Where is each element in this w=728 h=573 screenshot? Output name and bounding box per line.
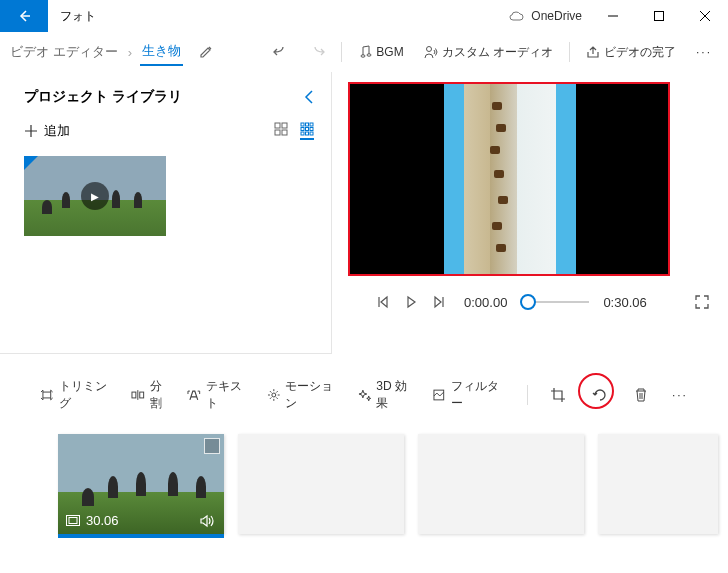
svg-rect-2 xyxy=(275,123,280,128)
storyboard: 30.06 xyxy=(0,418,728,534)
minimize-button[interactable] xyxy=(590,0,636,32)
aspect-icon xyxy=(66,515,80,526)
bgm-button[interactable]: BGM xyxy=(350,41,411,63)
svg-rect-10 xyxy=(306,128,309,131)
seek-slider[interactable] xyxy=(521,301,589,303)
svg-rect-3 xyxy=(282,123,287,128)
cloud-icon xyxy=(509,11,525,21)
plus-icon xyxy=(24,124,38,138)
svg-rect-16 xyxy=(140,392,144,398)
edit-title-button[interactable] xyxy=(199,45,213,59)
svg-point-17 xyxy=(271,393,275,397)
more-button[interactable]: ··· xyxy=(688,41,720,63)
storyboard-empty-slot[interactable] xyxy=(418,434,584,534)
grid-small-icon[interactable] xyxy=(300,122,314,140)
svg-rect-11 xyxy=(310,128,313,131)
clip-duration: 30.06 xyxy=(86,513,119,528)
back-button[interactable] xyxy=(0,0,48,32)
next-frame-button[interactable] xyxy=(432,295,446,309)
text-button[interactable]: テキスト xyxy=(187,378,252,412)
motion-button[interactable]: モーション xyxy=(267,378,344,412)
trim-icon xyxy=(40,388,54,402)
split-icon xyxy=(131,388,145,402)
custom-audio-button[interactable]: カスタム オーディオ xyxy=(416,40,561,65)
svg-rect-0 xyxy=(655,12,664,21)
collapse-library-button[interactable] xyxy=(304,89,314,105)
undo-button[interactable] xyxy=(265,40,297,64)
current-time: 0:00.00 xyxy=(464,295,507,310)
svg-rect-14 xyxy=(310,132,313,135)
maximize-button[interactable] xyxy=(636,0,682,32)
highlight-circle xyxy=(578,373,614,409)
filter-button[interactable]: フィルター xyxy=(432,378,509,412)
svg-rect-20 xyxy=(69,518,77,524)
delete-button[interactable] xyxy=(630,383,652,407)
more-clip-button[interactable]: ··· xyxy=(672,388,688,402)
breadcrumb-project[interactable]: 生き物 xyxy=(140,38,183,66)
duration-time: 0:30.06 xyxy=(603,295,646,310)
person-audio-icon xyxy=(424,45,438,59)
svg-rect-4 xyxy=(275,130,280,135)
library-panel: プロジェクト ライブラリ 追加 xyxy=(0,72,330,362)
add-media-button[interactable]: 追加 xyxy=(24,122,70,140)
sparkle-icon xyxy=(358,388,372,402)
redo-button[interactable] xyxy=(301,40,333,64)
filter-icon xyxy=(432,388,446,402)
clip-volume-button[interactable] xyxy=(200,514,216,528)
text-icon xyxy=(187,388,201,402)
app-title: フォト xyxy=(60,8,96,25)
preview-player[interactable] xyxy=(348,82,670,276)
svg-rect-15 xyxy=(132,392,136,398)
prev-frame-button[interactable] xyxy=(376,295,390,309)
svg-rect-9 xyxy=(301,128,304,131)
storyboard-empty-slot[interactable] xyxy=(238,434,404,534)
fullscreen-button[interactable] xyxy=(694,294,710,310)
storyboard-clip[interactable]: 30.06 xyxy=(58,434,224,534)
motion-icon xyxy=(267,388,281,402)
storyboard-empty-slot[interactable] xyxy=(598,434,718,534)
svg-rect-6 xyxy=(301,123,304,126)
chevron-right-icon: › xyxy=(128,45,132,60)
music-icon xyxy=(358,45,372,59)
rotate-button[interactable] xyxy=(584,379,616,411)
3d-effects-button[interactable]: 3D 効果 xyxy=(358,378,418,412)
svg-rect-8 xyxy=(310,123,313,126)
svg-point-1 xyxy=(426,47,431,52)
svg-rect-13 xyxy=(306,132,309,135)
breadcrumb-editor[interactable]: ビデオ エディター xyxy=(8,39,120,65)
trim-button[interactable]: トリミング xyxy=(40,378,117,412)
grid-large-icon[interactable] xyxy=(274,122,288,140)
close-button[interactable] xyxy=(682,0,728,32)
finish-video-button[interactable]: ビデオの完了 xyxy=(578,40,684,65)
play-button[interactable] xyxy=(404,295,418,309)
crop-button[interactable] xyxy=(546,383,570,407)
seek-thumb[interactable] xyxy=(520,294,536,310)
library-title: プロジェクト ライブラリ xyxy=(24,88,182,106)
svg-rect-5 xyxy=(282,130,287,135)
onedrive-status[interactable]: OneDrive xyxy=(501,9,590,23)
export-icon xyxy=(586,45,600,59)
svg-rect-7 xyxy=(306,123,309,126)
split-button[interactable]: 分割 xyxy=(131,378,173,412)
trash-icon xyxy=(634,387,648,403)
crop-icon xyxy=(550,387,566,403)
svg-rect-12 xyxy=(301,132,304,135)
library-clip-thumbnail[interactable]: ▶ xyxy=(24,156,166,236)
play-overlay-icon: ▶ xyxy=(81,182,109,210)
clip-checkbox[interactable] xyxy=(204,438,220,454)
